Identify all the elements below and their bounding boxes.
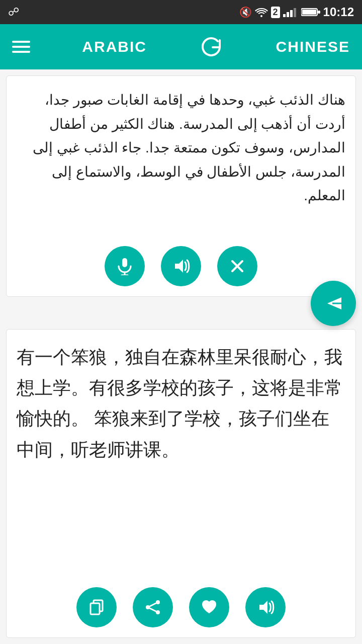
svg-rect-1 <box>283 14 286 17</box>
chinese-section: 有一个笨狼，独自在森林里呆很耐心，我想上学。有很多学校的孩子，这将是非常愉快的。… <box>6 329 356 638</box>
chinese-speaker-button[interactable] <box>245 587 286 627</box>
sim-icon: 2 <box>271 7 280 18</box>
mute-icon: 🔇 <box>239 6 252 18</box>
clock: 10:12 <box>323 5 354 19</box>
arabic-text: هناك الذئب غبي، وحدها في إقامة الغابات ص… <box>17 88 345 232</box>
svg-rect-7 <box>318 11 320 14</box>
svg-rect-2 <box>287 12 289 17</box>
svg-marker-23 <box>259 601 267 614</box>
signal-icon <box>283 7 298 17</box>
menu-button[interactable] <box>12 41 30 53</box>
chinese-label: CHINESE <box>276 38 350 55</box>
svg-rect-6 <box>302 10 316 15</box>
svg-rect-3 <box>290 10 293 17</box>
arabic-section: هناك الذئب غبي، وحدها في إقامة الغابات ص… <box>6 75 356 297</box>
svg-rect-8 <box>122 258 127 267</box>
svg-rect-4 <box>294 8 296 17</box>
refresh-button[interactable] <box>199 34 224 59</box>
favorite-button[interactable] <box>189 587 229 627</box>
chinese-controls <box>17 587 345 627</box>
arabic-label: ARABIC <box>82 38 147 55</box>
status-bar-right: 🔇 2 <box>239 5 354 19</box>
send-button-wrapper <box>0 281 362 326</box>
share-button[interactable] <box>133 587 173 627</box>
svg-point-0 <box>260 15 262 17</box>
chinese-text: 有一个笨狼，独自在森林里呆很耐心，我想上学。有很多学校的孩子，这将是非常愉快的。… <box>17 342 345 573</box>
status-bar: ☍ 🔇 2 <box>0 0 362 24</box>
battery-status <box>301 8 320 17</box>
svg-rect-17 <box>90 603 100 614</box>
send-button[interactable] <box>311 281 356 326</box>
svg-line-22 <box>150 608 156 611</box>
wifi-icon <box>255 7 268 17</box>
arabic-controls <box>17 246 345 286</box>
close-button[interactable] <box>217 246 257 286</box>
image-icon: ☍ <box>8 6 19 19</box>
microphone-button[interactable] <box>105 246 145 286</box>
copy-button[interactable] <box>76 587 117 627</box>
status-bar-left: ☍ <box>8 6 19 19</box>
svg-line-21 <box>150 603 156 606</box>
arabic-speaker-button[interactable] <box>161 246 201 286</box>
top-nav: ARABIC CHINESE <box>0 24 362 69</box>
svg-marker-11 <box>175 260 183 273</box>
